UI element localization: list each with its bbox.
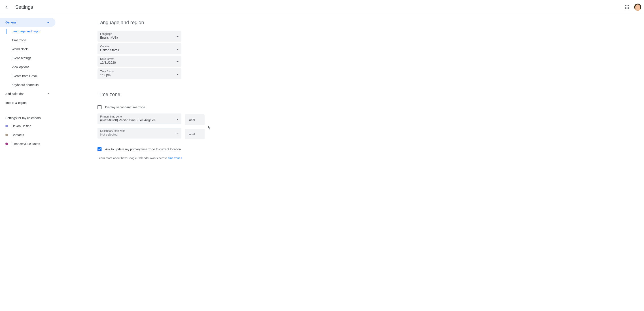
back-button[interactable] (3, 3, 12, 12)
svg-point-2 (628, 5, 629, 6)
svg-point-7 (626, 8, 628, 9)
primary-tz-select[interactable]: Primary time zone (GMT-08:00) Pacific Ti… (98, 113, 181, 124)
sidebar-item-world-clock[interactable]: World clock (0, 45, 56, 54)
language-select[interactable]: Language English (US) (98, 31, 181, 41)
svg-point-5 (628, 7, 629, 7)
avatar[interactable] (634, 3, 641, 11)
select-label: Time format (100, 70, 114, 73)
sidebar-group-label: General (5, 20, 16, 24)
check-icon (98, 148, 101, 151)
input-placeholder: Label (188, 118, 195, 122)
chevron-down-icon (46, 92, 50, 96)
sidebar: General Language and region Time zone Wo… (0, 14, 57, 311)
svg-point-4 (626, 7, 628, 7)
input-placeholder: Label (188, 132, 195, 136)
time-zones-link[interactable]: time zones (168, 156, 182, 160)
sidebar-group-add-calendar[interactable]: Add calendar (0, 89, 56, 98)
sidebar-item-keyboard-shortcuts[interactable]: Keyboard shortcuts (0, 80, 56, 89)
calendar-color-dot (5, 143, 8, 145)
select-label: Language (100, 32, 118, 35)
svg-point-0 (625, 5, 626, 6)
sidebar-item-time-zone[interactable]: Time zone (0, 36, 56, 45)
apps-button[interactable] (622, 3, 632, 12)
sidebar-item-event-settings[interactable]: Event settings (0, 54, 56, 62)
header: Settings (0, 0, 644, 14)
select-value: Not selected (100, 132, 126, 137)
calendar-name: Contacts (12, 133, 24, 137)
secondary-tz-label-input[interactable]: Label (185, 129, 204, 139)
secondary-tz-select[interactable]: Secondary time zone Not selected (98, 128, 181, 139)
section-title: Language and region (98, 20, 223, 25)
dropdown-icon (176, 117, 179, 121)
calendar-item[interactable]: Finances/Due Dates (0, 139, 56, 148)
select-value: 12/31/2020 (100, 60, 116, 65)
sidebar-item-language-region[interactable]: Language and region (0, 27, 56, 36)
sidebar-item-events-from-gmail[interactable]: Events from Gmail (0, 71, 56, 80)
sidebar-group-label: Add calendar (5, 92, 24, 96)
chevron-up-icon (46, 20, 50, 24)
checkbox-label: Ask to update my primary time zone to cu… (105, 147, 181, 151)
dropdown-icon (176, 72, 179, 75)
calendar-name: Devon Delfino (12, 124, 31, 128)
svg-point-3 (625, 7, 626, 7)
calendar-item[interactable]: Contacts (0, 130, 56, 139)
section-time-zone: Time zone Display secondary time zone Pr… (98, 92, 223, 160)
sidebar-item-import-export[interactable]: Import & export (0, 98, 56, 107)
select-label: Secondary time zone (100, 129, 126, 132)
sidebar-section-title-calendars: Settings for my calendars (0, 113, 57, 122)
svg-point-8 (628, 8, 629, 9)
primary-tz-label-input[interactable]: Label (185, 114, 204, 125)
apps-grid-icon (624, 4, 630, 10)
calendar-color-dot (5, 134, 8, 136)
calendar-name: Finances/Due Dates (12, 142, 40, 146)
section-title: Time zone (98, 92, 223, 97)
section-language-region: Language and region Language English (US… (98, 20, 223, 79)
sidebar-group-general[interactable]: General (0, 18, 56, 27)
calendar-color-dot (5, 125, 8, 127)
svg-point-1 (626, 5, 628, 6)
calendar-item[interactable]: Devon Delfino (0, 122, 56, 130)
sidebar-item-view-options[interactable]: View options (0, 62, 56, 71)
arrow-left-icon (4, 4, 10, 10)
checkbox-label: Display secondary time zone (105, 105, 145, 109)
main-content: Language and region Language English (US… (57, 14, 644, 311)
time-format-select[interactable]: Time format 1:00pm (98, 68, 181, 79)
dropdown-icon (176, 34, 179, 38)
swap-tz-button[interactable] (204, 123, 214, 132)
select-value: English (US) (100, 35, 118, 40)
select-value: (GMT-08:00) Pacific Time - Los Angeles (100, 118, 156, 123)
select-label: Primary time zone (100, 115, 156, 118)
dropdown-icon (176, 59, 179, 63)
secondary-tz-checkbox[interactable] (98, 105, 102, 109)
dropdown-icon (176, 47, 179, 50)
country-select[interactable]: Country United States (98, 43, 181, 54)
ask-update-tz-checkbox[interactable] (98, 147, 102, 151)
date-format-select[interactable]: Date format 12/31/2020 (98, 56, 181, 67)
dropdown-icon (176, 131, 179, 135)
svg-point-6 (625, 8, 626, 9)
select-value: United States (100, 48, 119, 52)
select-label: Date format (100, 57, 116, 60)
select-value: 1:00pm (100, 73, 114, 77)
select-label: Country (100, 45, 119, 48)
swap-vertical-icon (207, 126, 211, 130)
page-title: Settings (15, 4, 33, 10)
help-text: Learn more about how Google Calendar wor… (98, 156, 223, 160)
